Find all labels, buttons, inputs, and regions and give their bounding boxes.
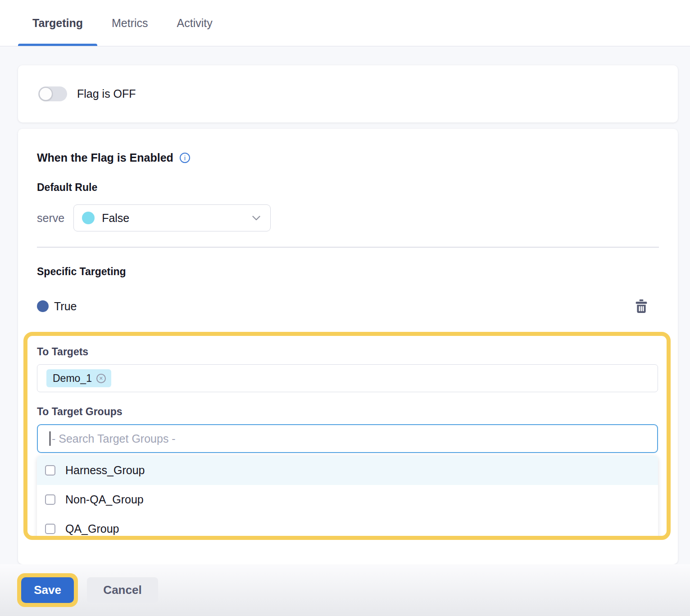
targeting-highlight-box: To Targets Demo_1 × To Target Groups - S…: [23, 332, 671, 540]
option-non-qa-group[interactable]: Non-QA_Group: [37, 485, 658, 514]
targets-input[interactable]: Demo_1 ×: [37, 364, 658, 392]
serve-label: serve: [37, 212, 64, 225]
selected-variation-value: False: [102, 212, 129, 225]
target-groups-search-input[interactable]: - Search Target Groups -: [37, 424, 658, 453]
default-rule-row: serve False: [37, 204, 659, 231]
tab-metrics-label: Metrics: [112, 17, 148, 30]
checkbox-icon[interactable]: [45, 524, 55, 534]
active-tab-underline: [18, 44, 97, 46]
target-chip-label: Demo_1: [53, 372, 92, 385]
info-icon[interactable]: i: [180, 153, 190, 163]
variation-color-dot: [82, 212, 95, 224]
tab-bar: Targeting Metrics Activity: [0, 0, 690, 46]
flag-rules-card: When the Flag is Enabled i Default Rule …: [18, 129, 678, 564]
option-qa-group[interactable]: QA_Group: [37, 514, 658, 540]
actions-footer: Save Cancel: [0, 564, 690, 616]
search-placeholder: - Search Target Groups -: [52, 432, 176, 445]
tab-activity-label: Activity: [177, 17, 213, 30]
flag-state-label: Flag is OFF: [77, 87, 136, 100]
variation-color-dot: [37, 300, 49, 312]
target-chip: Demo_1 ×: [46, 369, 111, 387]
chevron-down-icon: [252, 216, 260, 221]
true-variation-row: True: [37, 299, 659, 313]
targeting-variation-value: True: [54, 300, 77, 313]
option-harness-group[interactable]: Harness_Group: [37, 456, 658, 485]
enabled-section-title: When the Flag is Enabled: [37, 151, 173, 164]
target-groups-dropdown: Harness_Group Non-QA_Group QA_Group: [37, 456, 658, 540]
flag-toggle-switch[interactable]: [38, 86, 67, 101]
tab-targeting-label: Targeting: [32, 17, 83, 30]
to-targets-label: To Targets: [37, 346, 658, 358]
tab-targeting[interactable]: Targeting: [18, 0, 97, 46]
enabled-section-title-row: When the Flag is Enabled i: [37, 151, 659, 164]
default-variation-select[interactable]: False: [73, 204, 271, 231]
delete-rule-button[interactable]: [636, 299, 647, 313]
checkbox-icon[interactable]: [45, 494, 55, 505]
trash-icon: [636, 299, 647, 313]
cancel-button[interactable]: Cancel: [87, 577, 158, 603]
save-highlight-ring: Save: [17, 573, 78, 607]
checkbox-icon[interactable]: [45, 465, 55, 476]
tab-metrics[interactable]: Metrics: [97, 0, 163, 46]
targeting-content: Flag is OFF When the Flag is Enabled i D…: [0, 46, 690, 564]
default-rule-heading: Default Rule: [37, 181, 659, 194]
toggle-knob: [39, 87, 53, 101]
tab-activity[interactable]: Activity: [163, 0, 227, 46]
remove-target-icon[interactable]: ×: [96, 374, 106, 383]
to-target-groups-label: To Target Groups: [37, 406, 658, 418]
flag-state-card: Flag is OFF: [18, 65, 678, 122]
section-divider: [37, 247, 659, 248]
save-button[interactable]: Save: [21, 577, 74, 603]
specific-targeting-heading: Specific Targeting: [37, 266, 659, 278]
text-cursor: [50, 431, 50, 446]
